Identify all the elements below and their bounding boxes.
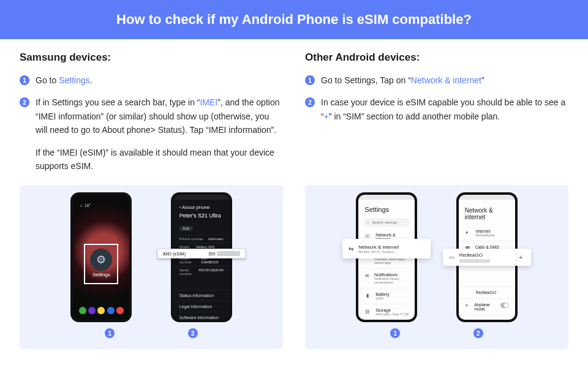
edit-pill: Edit — [179, 226, 193, 231]
carrier-name: RedteaGO — [459, 252, 490, 258]
about-item: Software information — [173, 312, 230, 322]
imei-label: IMEI (eSIM) — [163, 252, 186, 256]
caption-badge: 1 — [105, 328, 115, 338]
network-item: ▶Hotspot & tetheringOff — [459, 315, 515, 322]
step-badge: 1 — [20, 75, 29, 85]
sim-icon: ▭ — [449, 254, 454, 260]
text: ” — [481, 75, 484, 85]
network-internet-callout: ⇆ Network & internet Mobile, Wi-Fi, hots… — [342, 239, 431, 258]
step-badge: 2 — [20, 97, 29, 107]
step-badge: 1 — [305, 75, 315, 85]
plus-icon: + — [516, 253, 525, 262]
device-title: Peter's S21 Ultra — [173, 213, 230, 221]
search-icon: ⌕ — [367, 221, 369, 224]
app-dock — [77, 305, 126, 316]
samsung-step-2: 2 If in Settings you see a search bar, t… — [20, 96, 283, 173]
text: If in Settings you see a search bar, typ… — [36, 97, 200, 107]
settings-title: Settings — [358, 200, 415, 216]
settings-label: Settings — [85, 272, 117, 277]
text: . — [90, 75, 92, 85]
gear-icon: ⚙ — [90, 249, 112, 271]
page-title: How to check if my Android Phone is eSIM… — [116, 12, 472, 28]
imei-prefix: 355 — [208, 252, 216, 256]
step-badge: 2 — [305, 97, 315, 107]
hero-banner: How to check if my Android Phone is eSIM… — [0, 0, 588, 39]
step-text: Go to Settings, Tap on “Network & intern… — [321, 74, 484, 87]
keyword-network: Network & internet — [411, 75, 481, 85]
about-header: ‹ About phone — [173, 200, 230, 213]
about-row: Serial numberR5CRC0E8VM — [173, 266, 230, 277]
search-placeholder: Search settings — [372, 221, 397, 224]
network-item: ✈Airplane mode — [459, 298, 515, 315]
settings-item: ♫Sound & vibration — [358, 320, 415, 322]
samsung-column: Samsung devices: 1 Go to Settings. 2 If … — [20, 51, 283, 181]
text: ” in “SIM” section to add another mobile… — [329, 111, 500, 121]
samsung-steps: 1 Go to Settings. 2 If in Settings you s… — [20, 74, 283, 173]
caption-badge: 2 — [188, 328, 198, 338]
settings-app-highlight: ⚙ Settings — [84, 244, 118, 284]
samsung-phone-home: ☼ 18° ⚙ Settings — [70, 192, 132, 322]
network-item: ▲InternetRedteaMobile — [459, 225, 515, 241]
search-settings: ⌕ Search settings — [363, 218, 410, 227]
content-columns: Samsung devices: 1 Go to Settings. 2 If … — [0, 39, 588, 181]
sim-add-callout: ▭ RedteaGO + — [443, 249, 531, 266]
keyword-settings: Settings — [59, 75, 90, 85]
network-title: Network & internet — [459, 200, 515, 225]
other-screenshots: Settings ⌕ Search settings ☏Network & in… — [305, 185, 568, 349]
settings-item: ▮Battery100% — [358, 288, 415, 304]
other-heading: Other Android devices: — [305, 51, 568, 64]
about-item: Legal information — [173, 301, 230, 312]
keyword-imei: IMEI — [200, 97, 217, 107]
about-item: Status information — [173, 290, 230, 301]
other-steps: 1 Go to Settings, Tap on “Network & inte… — [305, 74, 568, 123]
settings-item: ▤Storage44% used – Free 71 GB — [358, 304, 415, 320]
caption-badge: 2 — [473, 328, 483, 338]
other-step-1: 1 Go to Settings, Tap on “Network & inte… — [305, 74, 568, 87]
toggle — [500, 303, 509, 308]
step-text: If in Settings you see a search bar, typ… — [36, 96, 283, 173]
imei-masked — [217, 251, 240, 256]
imei-esim-callout: IMEI (eSIM) 355 — [157, 249, 246, 258]
settings-item: ✉NotificationsNotification history, conv… — [358, 268, 415, 288]
callout-title: Network & internet — [358, 244, 399, 250]
other-column: Other Android devices: 1 Go to Settings,… — [305, 51, 568, 181]
samsung-heading: Samsung devices: — [20, 51, 283, 64]
about-row: Phone numberUnknown — [173, 235, 230, 243]
network-item: RedteaGO — [459, 286, 515, 298]
other-step-2: 2 In case your device is eSIM capable yo… — [305, 96, 568, 123]
text: Go to — [36, 75, 59, 85]
screenshot-row: ☼ 18° ⚙ Settings ‹ About phone Peter's S… — [0, 185, 588, 349]
step-text: Go to Settings. — [36, 74, 92, 87]
samsung-screenshots: ☼ 18° ⚙ Settings ‹ About phone Peter's S… — [20, 185, 283, 349]
text: Go to Settings, Tap on “ — [321, 75, 411, 85]
callout-sub: Mobile, Wi-Fi, hotspot — [358, 250, 399, 254]
caption-badge: 1 — [390, 328, 400, 338]
keyword-plus: + — [324, 111, 329, 121]
masked-line — [459, 259, 490, 263]
wifi-icon: ⇆ — [349, 246, 353, 252]
samsung-step-1: 1 Go to Settings. — [20, 74, 283, 87]
step-text: In case your device is eSIM capable you … — [321, 96, 568, 123]
text: If the “IMEI (eSIM)” is available it sho… — [36, 146, 283, 173]
weather-widget: ☼ 18° — [79, 203, 91, 208]
